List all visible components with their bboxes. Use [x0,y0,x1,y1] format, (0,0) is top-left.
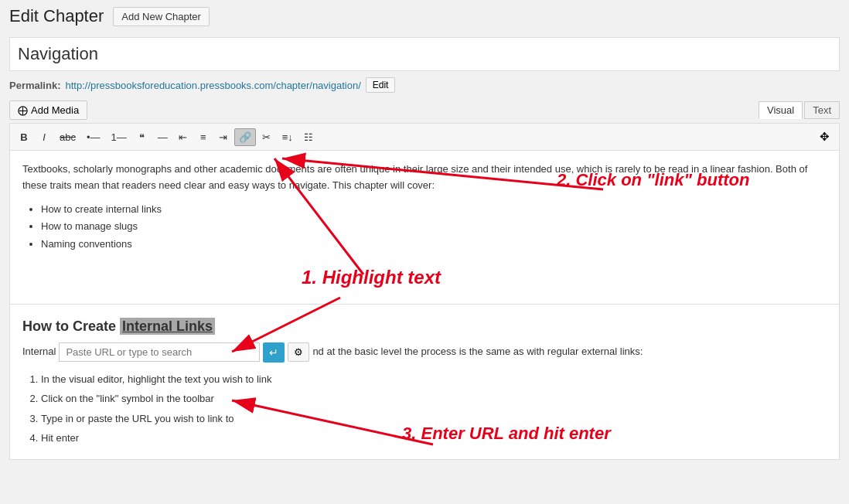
heading-plain: How to Create [22,318,120,334]
url-search-input[interactable] [59,342,260,362]
permalink-row: Permalink: http://pressbooksforeducation… [9,77,840,93]
add-media-row: ⨁ Add Media Visual Text [9,100,840,120]
heading-highlighted: Internal Links [120,318,215,335]
steps-list: In the visual editor, highlight the text… [41,370,827,448]
toolbar-link[interactable]: 🔗 [234,128,256,146]
toolbar-blockquote[interactable]: ❝ [133,128,152,146]
visual-text-tabs: Visual Text [759,101,840,119]
page-title: Edit Chapter [9,6,104,26]
permalink-label: Permalink: [9,80,60,91]
list-item: Type in or paste the URL you wish to lin… [41,410,827,427]
tab-visual[interactable]: Visual [759,101,803,119]
toolbar-align-center[interactable]: ≡ [194,128,213,146]
section-heading: How to Create Internal Links [22,315,827,338]
permalink-link[interactable]: http://pressbooksforeducation.pressbooks… [65,80,360,91]
toolbar-italic[interactable]: I [35,128,53,146]
chapter-title-input[interactable] [9,37,840,71]
url-submit-button[interactable]: ↵ [263,342,285,363]
add-media-label: Add Media [31,104,79,116]
toolbar-insert[interactable]: ≡↓ [278,128,298,146]
list-item: Hit enter [41,429,827,447]
toolbar-hr[interactable]: — [153,128,172,146]
add-new-chapter-button[interactable]: Add New Chapter [113,7,210,26]
list-item: Naming conventions [41,237,827,253]
toolbar-table[interactable]: ☷ [299,128,318,146]
toolbar-bold[interactable]: B [15,128,33,146]
toolbar-expand[interactable]: ✥ [815,127,834,147]
add-media-icon: ⨁ [18,104,28,116]
url-settings-button[interactable]: ⚙ [288,342,309,362]
internal-text-after: nd at the basic level the process is the… [312,344,643,360]
list-item: How to create internal links [41,202,827,218]
list-item: Click on the "link" symbol in the toolba… [41,390,827,407]
editor-paragraph: Textbooks, scholarly monographs and othe… [22,162,827,194]
toolbar-ul[interactable]: •— [82,128,105,146]
toolbar-ol[interactable]: 1— [107,128,131,146]
toolbar-unlink[interactable]: ✂ [257,128,276,146]
editor-bullet-list: How to create internal links How to mana… [41,202,827,253]
add-media-button[interactable]: ⨁ Add Media [9,100,87,120]
toolbar-align-left[interactable]: ⇤ [174,128,193,146]
toolbar-strikethrough[interactable]: abc [55,128,80,146]
list-item: In the visual editor, highlight the text… [41,370,827,388]
permalink-edit-button[interactable]: Edit [366,77,396,93]
editor-content[interactable]: Textbooks, scholarly monographs and othe… [9,150,840,305]
tab-text[interactable]: Text [804,101,840,119]
internal-text-before: Internal [22,344,56,360]
list-item: How to manage slugs [41,219,827,235]
below-editor-section: How to Create Internal Links Internal ↵ … [9,305,840,460]
editor-toolbar: B I abc •— 1— ❝ — ⇤ ≡ ⇥ 🔗 ✂ ≡↓ ☷ ✥ [9,123,840,150]
url-input-row: Internal ↵ ⚙ nd at the basic level the p… [22,342,827,363]
toolbar-align-right[interactable]: ⇥ [214,128,233,146]
page-header: Edit Chapter Add New Chapter [9,6,840,26]
